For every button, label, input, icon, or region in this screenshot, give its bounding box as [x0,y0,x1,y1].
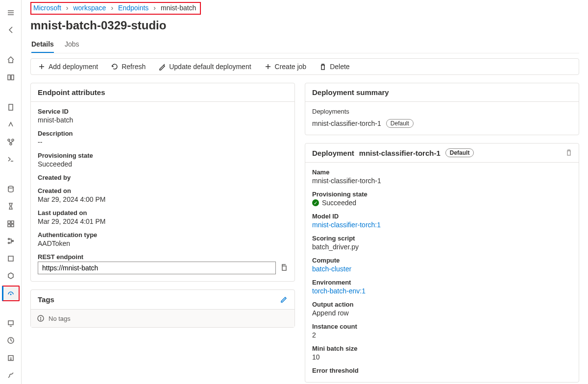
environments-icon[interactable] [2,251,20,266]
tab-details[interactable]: Details [31,37,54,53]
designer-icon[interactable] [2,134,20,149]
scroll-area: Microsoft › workspace › Endpoints › mnis… [22,0,588,384]
models-icon[interactable] [2,268,20,284]
data-icon[interactable] [2,181,20,196]
automl-icon[interactable] [2,117,20,132]
field-label: Name [312,168,572,176]
refresh-button[interactable]: Refresh [111,63,146,71]
svg-rect-10 [8,221,10,223]
monitoring-icon[interactable] [2,333,20,348]
field-label: Created on [38,187,288,194]
compute-icon[interactable] [2,315,20,331]
field-label: Authentication type [38,231,288,239]
endpoints-icon[interactable] [2,286,20,301]
scoring-value: batch_driver.py [312,243,572,251]
field-label: Created by [38,174,288,181]
compute-link[interactable]: batch-cluster [312,265,572,273]
svg-point-6 [8,139,10,141]
copy-icon[interactable] [280,264,288,273]
deployment-name-value: mnist-classifier-torch-1 [312,177,572,185]
output-value: Append row [312,309,572,317]
card-header: Deployment summary [305,83,579,102]
linked-icon[interactable] [2,367,20,383]
svg-rect-3 [8,75,10,80]
no-tags-row: No tags [31,310,294,327]
model-id-link[interactable]: mnist-classifier-torch:1 [312,221,572,229]
svg-rect-12 [8,224,10,227]
breadcrumb-link[interactable]: workspace [73,4,106,12]
toolbar-label: Add deployment [49,63,98,71]
deployment-header-name: mnist-classifier-torch-1 [359,149,441,157]
svg-point-8 [10,143,12,145]
deployment-header-prefix: Deployment [312,149,354,157]
svg-rect-11 [11,221,14,223]
field-label: Service ID [38,108,288,115]
svg-rect-27 [282,266,286,270]
left-nav-sidebar [0,0,22,384]
jobs-icon[interactable] [2,199,20,214]
deployment-provisioning-value: Succeeded [322,199,356,207]
environment-link[interactable]: torch-batch-env:1 [312,287,572,295]
toolbar-label: Create job [275,63,307,71]
field-label: Provisioning state [312,191,572,198]
rest-endpoint-input[interactable] [38,262,276,274]
field-label: Instance count [312,323,572,330]
success-icon: ✓ [312,199,319,206]
svg-rect-19 [8,321,13,325]
delete-button[interactable]: Delete [319,63,349,71]
toolbar-label: Update default deployment [169,63,251,71]
description-value: -- [38,138,288,146]
card-header: Deployment mnist-classifier-torch-1 Defa… [305,144,579,163]
field-label: Compute [312,257,572,264]
svg-rect-4 [11,75,14,80]
pipelines-icon[interactable] [2,234,20,249]
notebooks-icon[interactable] [2,99,20,115]
instance-value: 2 [312,331,572,339]
no-tags-text: No tags [49,315,71,322]
svg-rect-17 [8,256,13,261]
field-label: REST endpoint [38,253,288,261]
tags-header-label: Tags [38,295,54,304]
svg-point-7 [12,139,14,141]
chevron-right-icon: › [66,4,69,12]
labeling-icon[interactable] [2,350,20,365]
field-label: Environment [312,279,572,286]
deployment-summary-card: Deployment summary Deployments mnist-cla… [305,83,579,135]
components-icon[interactable] [2,216,20,231]
auth-value: AADToken [38,240,288,247]
chevron-right-icon: › [111,4,113,12]
svg-rect-13 [11,224,14,227]
endpoint-attributes-card: Endpoint attributes Service ID mnist-bat… [30,83,295,282]
breadcrumb-link[interactable]: Endpoints [118,4,148,12]
lastupdated-value: Mar 29, 2024 4:01 PM [38,217,288,225]
breadcrumb-current: mnist-batch [161,4,196,12]
prompt-icon[interactable] [2,151,20,167]
tab-jobs[interactable]: Jobs [65,37,79,53]
main-area: Microsoft › workspace › Endpoints › mnis… [22,0,588,384]
field-label: Provisioning state [38,152,288,159]
default-badge: Default [445,148,474,157]
trash-icon[interactable] [565,148,573,158]
chevron-right-icon: › [153,4,156,12]
deployment-detail-card: Deployment mnist-classifier-torch-1 Defa… [305,143,579,383]
update-default-button[interactable]: Update default deployment [158,63,251,71]
svg-point-30 [41,320,41,320]
createdon-value: Mar 29, 2024 4:00 PM [38,195,288,203]
page-title: mnist-batch-0329-studio [30,19,579,32]
default-badge: Default [386,119,414,128]
breadcrumb-highlight: Microsoft › workspace › Endpoints › mnis… [30,2,201,15]
tags-card: Tags No tags [30,289,295,328]
field-label: Output action [312,301,572,308]
toolbar-label: Delete [330,63,349,71]
create-job-button[interactable]: Create job [264,63,307,71]
back-icon[interactable] [2,22,20,37]
menu-icon[interactable] [2,5,20,20]
add-deployment-button[interactable]: Add deployment [38,63,98,71]
field-label: Error threshold [312,367,572,374]
service-id-value: mnist-batch [38,116,288,124]
card-header: Endpoint attributes [31,83,294,102]
catalog-icon[interactable] [2,70,20,85]
edit-icon[interactable] [280,295,288,304]
home-icon[interactable] [2,52,20,67]
breadcrumb-link[interactable]: Microsoft [33,4,61,12]
